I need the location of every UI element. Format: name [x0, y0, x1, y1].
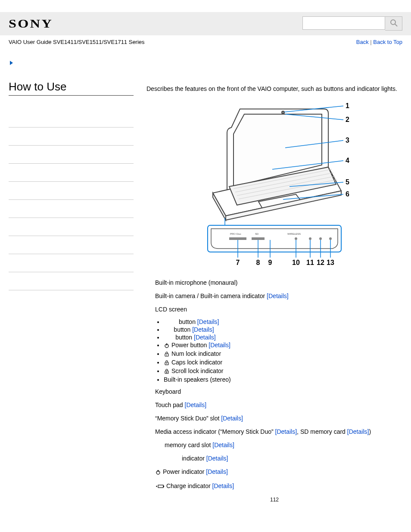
panel-label-wireless: WIRELESS — [287, 233, 301, 235]
details-link[interactable]: [Details] — [212, 442, 234, 448]
item-scrolllock: Scroll lock indicator — [164, 367, 402, 375]
diag-label-4: 4 — [346, 157, 349, 164]
breadcrumb-chevron-icon — [9, 61, 15, 67]
diag-label-10: 10 — [292, 259, 300, 266]
diag-label-5: 5 — [346, 178, 349, 186]
details-link[interactable]: [Details] — [347, 428, 369, 435]
sidebar-item[interactable] — [9, 128, 134, 146]
section-title: How to Use — [9, 80, 134, 96]
diag-label-8: 8 — [256, 259, 260, 266]
numlock-icon: 1 — [164, 351, 170, 358]
details-link[interactable]: [Details] — [197, 318, 219, 325]
item-assist-btn: button [Details] — [164, 318, 402, 325]
details-link[interactable]: [Details] — [206, 468, 228, 475]
details-link[interactable]: [Details] — [185, 401, 207, 408]
sidebar-item[interactable] — [9, 272, 134, 290]
intro-text: Describes the features on the front of t… — [146, 84, 402, 93]
svg-point-2 — [282, 111, 284, 114]
search-icon — [390, 19, 398, 28]
panel-label-produo: PRO Duo — [230, 233, 241, 235]
svg-rect-37 — [158, 485, 163, 488]
back-link[interactable]: Back — [356, 39, 369, 45]
power-icon — [155, 468, 161, 477]
details-link[interactable]: [Details] — [275, 428, 297, 435]
search-button[interactable] — [385, 16, 402, 31]
sidebar-item[interactable] — [9, 164, 134, 182]
brand-logo: SONY — [9, 17, 53, 31]
item-power-btn: Power button [Details] — [164, 342, 402, 349]
panel-label-sd: SD — [255, 233, 259, 235]
guide-title: VAIO User Guide SVE1411/SVE1511/SVE1711 … — [9, 39, 145, 45]
item-numlock: 1 Num lock indicator — [164, 350, 402, 358]
sidebar-item[interactable] — [9, 146, 134, 164]
svg-point-16 — [295, 237, 297, 240]
details-link[interactable]: [Details] — [192, 326, 214, 333]
details-link[interactable]: [Details] — [221, 415, 243, 422]
diag-label-1: 1 — [346, 102, 349, 109]
details-link[interactable]: [Details] — [267, 292, 289, 299]
power-icon — [164, 342, 170, 349]
sidebar-item[interactable] — [9, 182, 134, 200]
item-mic: Built-in microphone (monaural) — [155, 278, 402, 287]
diag-label-2: 2 — [346, 116, 349, 123]
item-msslot: “Memory Stick Duo” slot [Details] — [155, 414, 402, 423]
scrolllock-icon — [164, 368, 170, 375]
details-link[interactable]: [Details] — [212, 482, 234, 489]
charge-icon — [155, 482, 165, 492]
item-lcd: LCD screen — [155, 305, 402, 314]
sidebar-item[interactable] — [9, 200, 134, 218]
svg-text:A: A — [166, 362, 168, 365]
item-power-ind: Power indicator [Details] — [155, 467, 402, 477]
item-sd-slot: memory card slot [Details] — [165, 441, 402, 450]
svg-point-19 — [329, 237, 332, 240]
sub-list: button [Details] button [Details] button… — [146, 318, 402, 383]
details-link[interactable]: [Details] — [194, 334, 216, 341]
top-nav-links: Back | Back to Top — [356, 39, 402, 45]
item-media-access: Media access indicator (“Memory Stick Du… — [155, 427, 402, 436]
diag-label-6: 6 — [346, 190, 349, 198]
item-wireless-ind: indicator [Details] — [182, 454, 402, 463]
back-to-top-link[interactable]: Back to Top — [373, 39, 402, 45]
svg-point-18 — [319, 237, 322, 240]
item-speakers: Built-in speakers (stereo) — [164, 376, 402, 383]
item-web-btn: button [Details] — [164, 326, 402, 333]
item-touchpad: Touch pad [Details] — [155, 401, 402, 410]
svg-rect-38 — [163, 486, 164, 487]
diag-label-3: 3 — [346, 137, 349, 144]
diag-label-7: 7 — [236, 259, 240, 266]
details-link[interactable]: [Details] — [209, 342, 230, 348]
item-capslock: A Caps lock indicator — [164, 359, 402, 367]
details-link[interactable]: [Details] — [206, 455, 228, 462]
svg-point-17 — [309, 237, 311, 240]
item-vaio-btn: button [Details] — [164, 334, 402, 341]
sidebar-item[interactable] — [9, 109, 134, 128]
svg-rect-15 — [252, 237, 265, 240]
item-keyboard: Keyboard — [155, 387, 402, 396]
svg-text:1: 1 — [166, 354, 168, 356]
front-diagram: 1 2 3 4 5 6 — [199, 100, 350, 270]
item-charge-ind: Charge indicator [Details] — [155, 482, 402, 492]
sidebar-nav — [9, 109, 134, 290]
capslock-icon: A — [164, 360, 170, 367]
diag-label-13: 13 — [327, 259, 334, 266]
diag-label-11: 11 — [306, 259, 314, 266]
sidebar-item[interactable] — [9, 218, 134, 236]
parts-list: Built-in microphone (monaural) Built-in … — [146, 278, 402, 492]
page-number: 112 — [146, 497, 402, 503]
svg-rect-14 — [229, 237, 246, 240]
svg-line-1 — [395, 24, 397, 26]
diag-label-12: 12 — [317, 259, 324, 266]
diag-label-9: 9 — [268, 259, 272, 266]
sidebar-item[interactable] — [9, 236, 134, 254]
search-input[interactable] — [302, 16, 385, 30]
sidebar-item[interactable] — [9, 254, 134, 272]
item-camera: Built-in camera / Built-in camera indica… — [155, 292, 402, 301]
